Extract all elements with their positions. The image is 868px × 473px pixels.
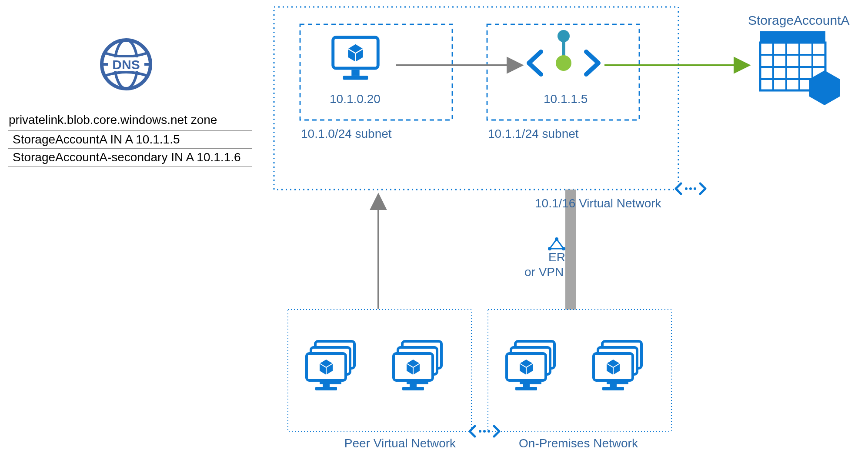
dns-icon: DNS [102,40,150,89]
svg-layer: DNS [0,0,868,473]
storage-account-icon [760,31,840,105]
svg-text:DNS: DNS [112,57,140,72]
dns-record-row: StorageAccountA IN A 10.1.1.5 [8,131,252,149]
gateway-er-label: ER [544,250,565,264]
vnet-icon [676,183,705,194]
svg-point-9 [115,40,137,89]
svg-rect-17 [760,43,825,90]
svg-point-14 [558,30,570,42]
subnet-b-label: 10.1.1/24 subnet [488,127,579,141]
peer-network-box [288,310,471,431]
peer-vm-group-1 [307,341,354,390]
svg-point-28 [548,247,551,250]
dns-record-row: StorageAccountA-secondary IN A 10.1.1.6 [8,149,252,167]
onprem-vm-group-1 [507,341,554,390]
svg-marker-25 [809,70,840,105]
svg-point-8 [102,40,150,89]
dns-zone-caption: privatelink.blob.core.windows.net zone [9,113,217,127]
svg-rect-11 [108,57,144,71]
svg-rect-16 [760,31,825,43]
storage-title: StorageAccountA [748,13,849,28]
svg-point-27 [562,247,565,250]
diagram-canvas: DNS [0,0,868,473]
vnet-label: 10.1/16 Virtual Network [535,197,661,210]
private-link-icon [529,30,598,74]
peer-vm-group-2 [394,341,441,390]
svg-point-26 [555,237,558,241]
gateway-vpn-label: or VPN [524,265,564,279]
peer-network-label: Peer Virtual Network [331,436,470,450]
dns-records-table: StorageAccountA IN A 10.1.1.5 StorageAcc… [8,130,252,167]
onprem-network-box [488,310,671,431]
svg-point-15 [556,55,571,71]
gateway-icon [548,237,565,250]
vm-icon [333,37,378,80]
subnet-a-label: 10.1.0/24 subnet [301,127,392,141]
peer-vnet-icon [470,426,499,436]
onprem-vm-group-2 [594,341,641,390]
endpoint-ip-label: 10.1.1.5 [544,92,588,106]
vm-ip-label: 10.1.0.20 [330,92,381,106]
onprem-network-label: On-Premises Network [509,436,648,450]
